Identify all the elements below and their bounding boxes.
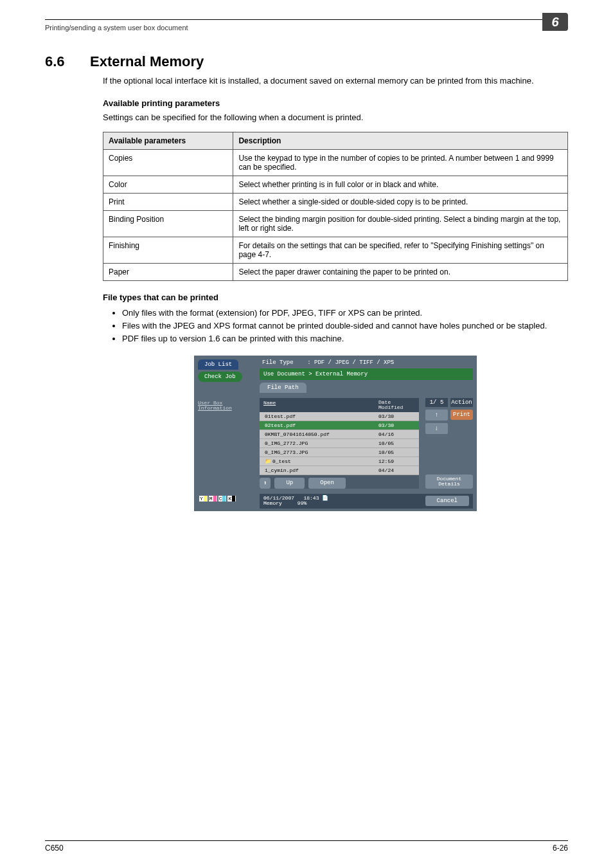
scroll-up-button[interactable]: ↑ <box>425 410 448 420</box>
column-date[interactable]: Date Modified <box>377 398 419 412</box>
file-row[interactable]: 1_cymin.pdf04/24 <box>260 466 419 475</box>
table-row: PaperSelect the paper drawer containing … <box>103 264 568 281</box>
list-item: Files with the JPEG and XPS format canno… <box>122 320 568 332</box>
file-row[interactable]: 01test.pdf03/30 <box>260 412 419 421</box>
job-list-tab[interactable]: Job List <box>198 359 238 370</box>
list-item: PDF files up to version 1.6 can be print… <box>122 333 568 345</box>
list-item: Only files with the format (extension) f… <box>122 307 568 319</box>
toner-levels: Y M C K <box>197 494 256 503</box>
status-date: 06/11/2007 <box>263 495 294 501</box>
file-row[interactable]: 0_test12:59 <box>260 457 419 466</box>
folder-icon <box>265 458 272 464</box>
status-memory-value: 99% <box>298 500 306 506</box>
table-row: ColorSelect whether printing is in full … <box>103 176 568 194</box>
device-screenshot: Job List Check Job File Type : PDF / JPE… <box>194 356 477 512</box>
section-title-text: External Memory <box>90 53 204 69</box>
file-type-value: : PDF / JPEG / TIFF / XPS <box>307 359 394 366</box>
parameters-table: Available parameters Description CopiesU… <box>103 132 568 281</box>
table-row: FinishingFor details on the settings tha… <box>103 237 568 264</box>
up-button[interactable]: Up <box>274 478 305 489</box>
column-name[interactable]: Name <box>260 398 377 412</box>
screen-breadcrumb: Use Document > External Memory <box>260 368 473 380</box>
filetypes-heading: File types that can be printed <box>103 293 568 302</box>
file-row[interactable]: 02test.pdf03/30 <box>260 421 419 430</box>
params-lead: Settings can be specified for the follow… <box>103 112 568 123</box>
cancel-button[interactable]: Cancel <box>425 496 469 506</box>
user-box-info-label[interactable]: User Box Information <box>197 398 256 412</box>
file-row[interactable]: 0KMBT_07041614050.pdf04/16 <box>260 430 419 439</box>
section-number: 6.6 <box>45 53 90 70</box>
footer-model: C650 <box>45 844 64 853</box>
check-job-button[interactable]: Check Job <box>198 372 242 382</box>
th-available-params: Available parameters <box>103 132 233 150</box>
status-memory-label: Memory <box>263 500 282 506</box>
parent-folder-button[interactable]: ⬆ <box>260 478 271 489</box>
table-row: CopiesUse the keypad to type in the numb… <box>103 150 568 176</box>
chapter-number-badge: 6 <box>542 13 568 31</box>
document-details-button[interactable]: Document Details <box>425 475 473 489</box>
section-intro: If the optional local interface kit is i… <box>103 75 568 87</box>
status-time: 18:43 <box>303 495 319 501</box>
table-row: PrintSelect whether a single-sided or do… <box>103 194 568 211</box>
footer-page: 6-26 <box>553 844 568 853</box>
params-heading: Available printing parameters <box>103 98 568 108</box>
file-row[interactable]: 0_IMG_2772.JPG10/05 <box>260 439 419 448</box>
table-row: Binding PositionSelect the binding margi… <box>103 211 568 237</box>
print-button[interactable]: Print <box>450 410 473 420</box>
page-indicator: 1/ 5 <box>425 398 448 407</box>
open-button[interactable]: Open <box>308 478 346 489</box>
file-path-tab[interactable]: File Path <box>260 383 306 393</box>
filetypes-list: Only files with the format (extension) f… <box>103 307 568 345</box>
file-row[interactable]: 0_IMG_2773.JPG10/05 <box>260 448 419 457</box>
file-type-label: File Type <box>262 359 294 366</box>
th-description: Description <box>233 132 568 150</box>
header-breadcrumb: Printing/sending a system user box docum… <box>45 24 188 32</box>
action-header: Action <box>450 398 473 407</box>
section-heading: 6.6External Memory <box>45 53 568 70</box>
scroll-down-button[interactable]: ↓ <box>425 423 448 434</box>
